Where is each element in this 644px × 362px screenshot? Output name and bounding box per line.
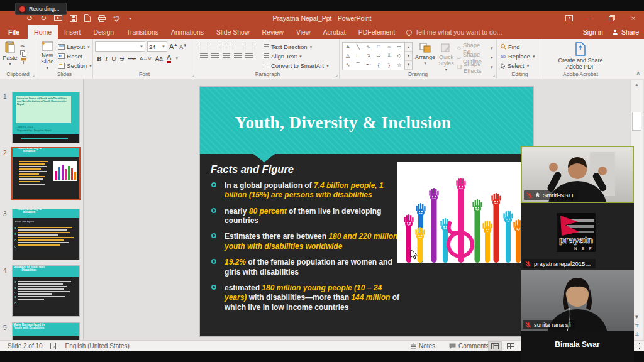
shapes-scroll-down-icon[interactable]: ▼ [405, 52, 412, 60]
line-spacing-icon[interactable] [245, 43, 253, 48]
drawing-dialog-launcher[interactable]: ⌟ [493, 72, 495, 77]
share-button[interactable]: Share [612, 28, 639, 36]
character-spacing-icon[interactable]: A↔V [140, 56, 152, 62]
qat-customize-icon[interactable]: ▾ [129, 16, 131, 21]
restore-button[interactable] [601, 11, 623, 25]
align-left-icon[interactable] [200, 53, 208, 59]
save-icon[interactable] [70, 15, 77, 22]
paste-button[interactable]: Paste▼ [0, 41, 20, 66]
shapes-more-icon[interactable]: ▼ [405, 61, 412, 70]
thumbnail-slide-2[interactable]: Youth, Diversity & Inclusion [13, 148, 79, 199]
raised-hands-image[interactable] [397, 162, 527, 263]
close-button[interactable]: × [623, 11, 644, 25]
thumbnail-slide-4[interactable]: Situation of Youth with Disabilities [13, 266, 79, 316]
redo-icon[interactable]: ↻ [40, 14, 47, 22]
font-name-combo[interactable]: ▼ [95, 41, 145, 52]
video-tile-bimala[interactable]: Bimala Swar [521, 331, 634, 362]
tell-me-box[interactable]: Tell me what you want to do... [406, 25, 502, 39]
create-pdf-button[interactable]: Create and Share Adobe PDF [543, 41, 618, 70]
thumbnail-slide-5[interactable]: Major Barriers faced by Youth with Disab… [13, 323, 79, 340]
paragraph-dialog-launcher[interactable]: ⌟ [336, 72, 338, 77]
format-painter-icon[interactable] [20, 58, 26, 64]
justify-icon[interactable] [234, 53, 242, 59]
minimize-button[interactable]: – [580, 11, 601, 25]
video-tile-sunita[interactable]: sunita rana sli [521, 270, 634, 331]
shapes-gallery[interactable]: A╲⇘□○▭ △∟↴⇨⇩◇ ∿⌒〜{}☆ [342, 42, 405, 70]
clipboard-dialog-launcher[interactable]: ⌟ [33, 72, 35, 77]
ribbon-display-options-icon[interactable] [558, 11, 580, 25]
video-tile-prayatna[interactable]: prayatn N E P prayatnanepal2015… [521, 203, 634, 270]
comments-button[interactable]: Comments [449, 341, 489, 351]
tab-animations[interactable]: Animations [165, 25, 210, 39]
notes-button[interactable]: Notes [410, 341, 435, 351]
font-size-combo[interactable]: 24▼ [147, 41, 167, 52]
grow-font-icon[interactable]: A▲ [169, 43, 177, 50]
start-slideshow-icon[interactable] [54, 15, 62, 22]
tab-review[interactable]: Review [256, 25, 290, 39]
italic-button[interactable]: I [105, 55, 108, 62]
select-button[interactable]: Select▼ [501, 61, 543, 70]
previous-slide-icon[interactable]: ⇈ [635, 324, 639, 329]
align-right-icon[interactable] [223, 53, 230, 59]
strikethrough-button[interactable]: S [120, 55, 124, 62]
bullets-icon[interactable] [200, 43, 208, 48]
change-case-icon[interactable]: Aa [155, 55, 163, 62]
language-book-icon[interactable]: x [50, 343, 58, 349]
tab-acrobat[interactable]: Acrobat [317, 25, 352, 39]
font-dialog-launcher[interactable]: ⌟ [192, 72, 194, 77]
slide-sorter-view-button[interactable] [504, 341, 518, 351]
thumbnail-slide-3[interactable]: Youth, Diversity & Inclusion Facts and F… [13, 209, 79, 260]
arrange-button[interactable]: Arrange▼ [415, 42, 435, 72]
bold-button[interactable]: B [97, 55, 101, 62]
new-file-icon[interactable] [84, 14, 91, 22]
tab-pdfelement[interactable]: PDFelement [352, 25, 401, 39]
next-slide-icon[interactable]: ⇊ [635, 332, 639, 337]
recording-indicator[interactable]: Recording... [15, 3, 67, 15]
tab-slideshow[interactable]: Slide Show [210, 25, 256, 39]
sign-in-link[interactable]: Sign in [583, 28, 603, 36]
shapes-scroll-up-icon[interactable]: ▲ [405, 43, 412, 52]
tab-view[interactable]: View [290, 25, 317, 39]
font-color-icon[interactable]: A [167, 54, 171, 63]
undo-icon[interactable]: ↺ [26, 14, 33, 22]
slide-canvas[interactable]: Youth, Diversity & Inclusion Facts and F… [200, 87, 533, 336]
shape-effects-button[interactable]: ❏Shape Effects▼ [457, 62, 494, 72]
scroll-down-icon[interactable]: ▼ [635, 315, 640, 320]
tab-insert[interactable]: Insert [58, 25, 87, 39]
shrink-font-icon[interactable]: A▼ [179, 43, 187, 50]
thumbnail-slide-1[interactable]: Inclusion Status of Youth with Disabilit… [13, 92, 79, 143]
slide-title-block[interactable]: Youth, Diversity & Inclusion [200, 87, 533, 154]
layout-button[interactable]: Layout▼ [58, 42, 92, 52]
convert-smartart-button[interactable]: Convert to SmartArt▼ [264, 61, 330, 70]
normal-view-button[interactable] [488, 341, 502, 351]
align-text-button[interactable]: Align Text▼ [264, 52, 330, 61]
align-center-icon[interactable] [211, 53, 219, 59]
tab-design[interactable]: Design [87, 25, 120, 39]
numbering-icon[interactable] [211, 43, 219, 48]
underline-button[interactable]: U [111, 55, 116, 62]
tab-home[interactable]: Home [28, 25, 58, 39]
columns-icon[interactable] [245, 53, 253, 59]
video-tile-smriti[interactable]: Smriti-NSLI [521, 146, 634, 203]
tab-transitions[interactable]: Transitions [120, 25, 165, 39]
slide-thumbnail-panel[interactable]: 1 Inclusion Status of Youth with Disabil… [0, 79, 84, 340]
scrollbar-thumb[interactable] [632, 112, 641, 131]
text-direction-button[interactable]: Text Direction▼ [264, 42, 330, 52]
slide-bullet-list[interactable]: In a global population of 7.4 billion pe… [211, 181, 404, 319]
increase-indent-icon[interactable] [234, 43, 242, 48]
quick-styles-button[interactable]: Quick Styles▼ [438, 42, 455, 72]
slide-heading[interactable]: Facts and Figure [211, 163, 294, 175]
abc-strike-icon[interactable]: abc [128, 56, 136, 62]
decrease-indent-icon[interactable] [223, 43, 230, 48]
copy-icon[interactable] [20, 50, 26, 57]
find-button[interactable]: Find [501, 42, 543, 52]
section-button[interactable]: Section▼ [58, 61, 92, 70]
cut-icon[interactable]: ✂ [20, 43, 26, 49]
scroll-up-icon[interactable]: ▲ [631, 80, 643, 87]
tab-file[interactable]: File [0, 25, 28, 39]
spelling-icon[interactable]: ABC [113, 14, 121, 22]
print-icon[interactable] [98, 15, 106, 22]
language-status[interactable]: English (United States) [65, 343, 130, 349]
replace-button[interactable]: ab Replace▼ [501, 52, 543, 61]
reset-button[interactable]: Reset [58, 52, 92, 61]
